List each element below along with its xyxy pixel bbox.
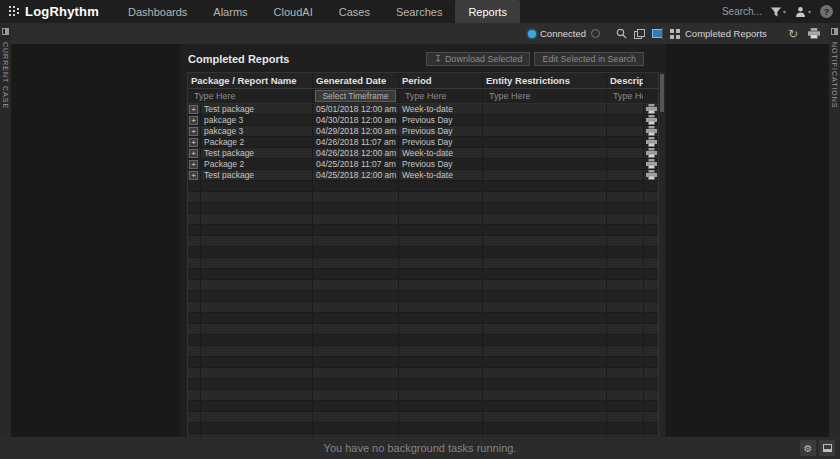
current-case-label: CURRENT CASE — [2, 42, 9, 109]
print-report-icon[interactable] — [646, 170, 657, 180]
table-row[interactable]: + Test package 04/26/2018 12:00 am Week-… — [188, 148, 658, 159]
user-menu[interactable]: ▾ — [795, 6, 811, 17]
filter-period-input[interactable]: Type Here — [399, 89, 483, 103]
scrollbar-thumb[interactable] — [660, 74, 664, 112]
print-icon[interactable] — [808, 28, 820, 39]
status-circle-icon[interactable] — [591, 29, 600, 38]
expand-row-icon[interactable]: + — [189, 116, 198, 125]
filter-options-menu[interactable]: ▾ — [771, 7, 786, 17]
connected-label: Connected — [540, 28, 586, 39]
grid-view-icon — [670, 29, 680, 39]
collapse-panel-icon[interactable] — [2, 28, 9, 35]
cell-package-name: pakcage 3 — [201, 126, 313, 137]
cell-description — [607, 148, 644, 159]
print-report-icon[interactable] — [646, 159, 657, 169]
nav-item-alarms[interactable]: Alarms — [200, 0, 260, 23]
cell-entity-restrictions — [483, 170, 607, 181]
main-nav: DashboardsAlarmsCloudAICasesSearchesRepo… — [115, 0, 520, 23]
nav-item-reports[interactable]: Reports — [455, 0, 520, 23]
table-row[interactable]: + Package 2 04/26/2018 11:07 am Previous… — [188, 137, 658, 148]
table-row[interactable]: + Test package 05/01/2018 12:00 am Week-… — [188, 104, 658, 115]
expand-row-icon[interactable]: + — [189, 105, 198, 114]
table-row-empty — [188, 203, 658, 214]
table-row-empty — [188, 181, 658, 192]
table-row[interactable]: + Test package 04/25/2018 12:00 am Week-… — [188, 170, 658, 181]
expand-row-icon[interactable]: + — [189, 127, 198, 136]
table-row-empty — [188, 313, 658, 324]
cell-generated-date: 04/30/2018 12:00 am — [313, 115, 399, 126]
task-console-icon[interactable] — [819, 440, 835, 456]
chevron-down-icon: ▾ — [808, 8, 811, 15]
search-input[interactable]: Search... — [722, 6, 762, 17]
print-report-icon[interactable] — [646, 126, 657, 136]
completed-reports-panel: Completed Reports ↧ Download Selected Ed… — [180, 44, 666, 437]
print-report-icon[interactable] — [646, 115, 657, 125]
nav-item-cloudai[interactable]: CloudAI — [261, 0, 326, 23]
nav-item-dashboards[interactable]: Dashboards — [115, 0, 200, 23]
current-case-rail[interactable]: CURRENT CASE — [0, 23, 11, 437]
download-icon: ↧ — [434, 54, 442, 64]
logo-text: LogRhythm — [25, 4, 99, 19]
status-bar: You have no background tasks running. ⚙ — [0, 437, 840, 459]
view-selector[interactable]: Completed Reports — [670, 23, 767, 44]
panels-icon[interactable] — [634, 29, 645, 39]
help-icon[interactable]: ? — [820, 5, 833, 18]
table-row-empty — [188, 302, 658, 313]
edit-selected-in-search-button[interactable]: Edit Selected in Search — [534, 52, 644, 66]
notifications-rail[interactable]: NOTIFICATIONS — [829, 23, 840, 437]
cell-description — [607, 159, 644, 170]
collapse-panel-icon[interactable] — [831, 28, 838, 35]
filter-date-cell: Select Timeframe — [313, 89, 399, 103]
connection-status: Connected — [528, 23, 586, 44]
table-scrollbar[interactable] — [659, 72, 665, 437]
table-row[interactable]: + pakcage 3 04/29/2018 12:00 am Previous… — [188, 126, 658, 137]
cell-period: Week-to-date — [399, 148, 483, 159]
table-row-empty — [188, 236, 658, 247]
panel-buttons: ↧ Download Selected Edit Selected in Sea… — [426, 52, 644, 66]
cell-entity-restrictions — [483, 115, 607, 126]
toolbar-icons — [616, 23, 663, 44]
chevron-down-icon: ▾ — [783, 8, 786, 15]
header-entity-restrictions[interactable]: Entity Restrictions — [483, 73, 607, 88]
header-generated-date[interactable]: Generated Date — [313, 73, 399, 88]
nav-item-cases[interactable]: Cases — [326, 0, 383, 23]
cell-generated-date: 04/29/2018 12:00 am — [313, 126, 399, 137]
nav-item-searches[interactable]: Searches — [383, 0, 455, 23]
cell-period: Week-to-date — [399, 170, 483, 181]
table-row-empty — [188, 335, 658, 346]
expand-row-icon[interactable]: + — [189, 149, 198, 158]
cell-package-name: Package 2 — [201, 159, 313, 170]
cell-package-name: Package 2 — [201, 137, 313, 148]
filter-entity-input[interactable]: Type Here — [483, 89, 607, 103]
cell-package-name: pakcage 3 — [201, 115, 313, 126]
zoom-icon[interactable] — [616, 28, 627, 39]
expand-row-icon[interactable]: + — [189, 160, 198, 169]
view-label: Completed Reports — [685, 28, 767, 39]
gear-icon[interactable]: ⚙ — [800, 440, 816, 456]
filter-name-input[interactable]: Type Here — [188, 89, 313, 103]
table-row[interactable]: + Package 2 04/25/2018 11:07 am Previous… — [188, 159, 658, 170]
cell-generated-date: 04/25/2018 12:00 am — [313, 170, 399, 181]
refresh-icon[interactable]: ↻ — [788, 28, 798, 40]
table-row-empty — [188, 346, 658, 357]
table-row-empty — [188, 214, 658, 225]
print-report-icon[interactable] — [646, 104, 657, 114]
expand-row-icon[interactable]: + — [189, 171, 198, 180]
filter-description-input[interactable]: Type Here — [607, 89, 644, 103]
download-selected-button[interactable]: ↧ Download Selected — [426, 52, 530, 66]
expand-row-icon[interactable]: + — [189, 138, 198, 147]
toolbar-divider — [662, 27, 663, 40]
cell-entity-restrictions — [483, 159, 607, 170]
table-row-empty — [188, 368, 658, 379]
cell-package-name: Test package — [201, 170, 313, 181]
cell-period: Previous Day — [399, 159, 483, 170]
header-period[interactable]: Period — [399, 73, 483, 88]
header-description[interactable]: Description — [607, 73, 644, 88]
table-row-empty — [188, 291, 658, 302]
header-package-report-name[interactable]: Package / Report Name — [188, 73, 313, 88]
select-timeframe-button[interactable]: Select Timeframe — [315, 90, 396, 102]
print-report-icon[interactable] — [646, 148, 657, 158]
table-row[interactable]: + pakcage 3 04/30/2018 12:00 am Previous… — [188, 115, 658, 126]
print-report-icon[interactable] — [646, 137, 657, 147]
table-row-empty — [188, 357, 658, 368]
